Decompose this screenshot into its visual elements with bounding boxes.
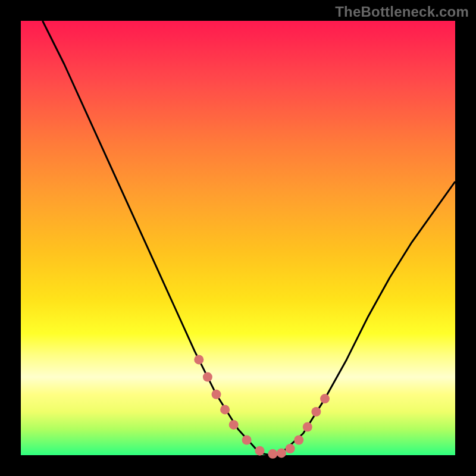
marker-dot bbox=[212, 390, 221, 399]
bottleneck-curve bbox=[43, 21, 456, 455]
highlighted-points bbox=[194, 355, 330, 458]
chart-frame: TheBottleneck.com bbox=[0, 0, 476, 476]
marker-dot bbox=[203, 372, 212, 382]
marker-dot bbox=[303, 422, 312, 432]
marker-dot bbox=[320, 394, 330, 403]
marker-dot bbox=[286, 444, 295, 453]
plot-area bbox=[21, 21, 455, 455]
marker-dot bbox=[311, 407, 321, 416]
marker-dot bbox=[294, 436, 303, 445]
marker-dot bbox=[277, 448, 286, 458]
marker-dot bbox=[242, 436, 252, 445]
chart-svg bbox=[21, 21, 455, 455]
watermark-text: TheBottleneck.com bbox=[335, 4, 469, 20]
marker-dot bbox=[268, 449, 277, 459]
marker-dot bbox=[194, 355, 203, 364]
curve-path bbox=[43, 21, 456, 455]
marker-dot bbox=[255, 446, 265, 456]
marker-dot bbox=[229, 420, 239, 430]
marker-dot bbox=[220, 405, 230, 414]
